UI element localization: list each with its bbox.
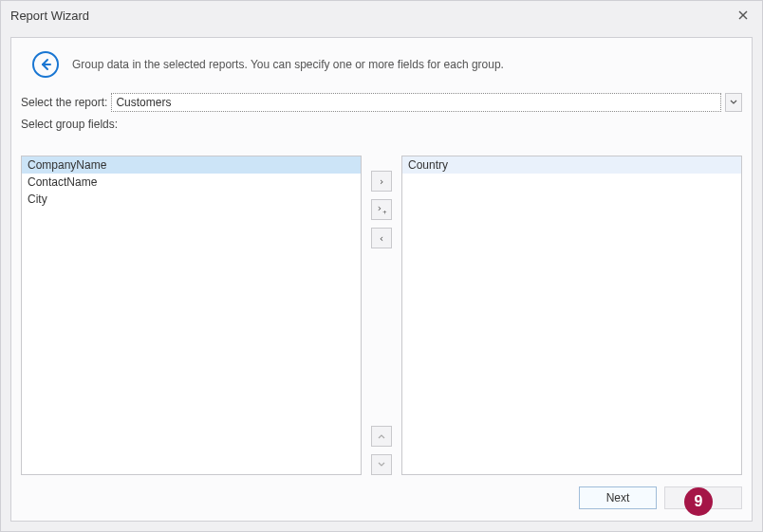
header-description: Group data in the selected reports. You … <box>72 58 504 71</box>
wizard-window: Report Wizard Group data in the selected… <box>0 0 763 532</box>
chevron-left-icon: ‹ <box>379 232 385 245</box>
back-arrow-icon <box>38 57 53 72</box>
chevron-down-icon <box>730 100 737 105</box>
header: Group data in the selected reports. You … <box>11 38 752 87</box>
step-badge: 9 <box>684 487 713 516</box>
list-item[interactable]: City <box>22 191 361 208</box>
group-fields-label: Select group fields: <box>11 114 752 133</box>
content-panel: Group data in the selected reports. You … <box>10 37 753 522</box>
chevron-up-icon <box>378 433 385 439</box>
lists-area: CompanyName ContactName City › ›+ ‹ <box>21 156 742 475</box>
available-fields-list[interactable]: CompanyName ContactName City <box>21 156 362 475</box>
titlebar: Report Wizard <box>1 1 762 29</box>
list-item[interactable]: ContactName <box>22 174 361 191</box>
list-item[interactable]: CompanyName <box>22 156 361 174</box>
back-button[interactable] <box>32 51 59 78</box>
chevron-down-icon <box>378 462 385 468</box>
close-button[interactable] <box>732 4 754 27</box>
move-down-button[interactable] <box>371 454 392 475</box>
report-select-dropdown-button[interactable] <box>725 93 742 112</box>
move-up-button[interactable] <box>371 426 392 447</box>
chevron-right-plus-icon: ›+ <box>377 202 387 216</box>
add-subgroup-button[interactable]: ›+ <box>371 199 392 220</box>
report-select-value: Customers <box>116 96 171 109</box>
footer: Next <box>21 485 742 511</box>
transfer-buttons: › ›+ ‹ <box>369 156 394 475</box>
selected-fields-list[interactable]: Country <box>401 156 742 475</box>
report-select-input[interactable]: Customers <box>111 93 721 112</box>
add-field-button[interactable]: › <box>371 171 392 192</box>
next-button[interactable]: Next <box>579 486 657 509</box>
window-title: Report Wizard <box>10 9 732 23</box>
chevron-right-icon: › <box>379 175 385 188</box>
close-icon <box>738 10 748 20</box>
report-select-label: Select the report: <box>21 96 107 109</box>
report-select-row: Select the report: Customers <box>11 87 752 114</box>
remove-field-button[interactable]: ‹ <box>371 228 392 248</box>
list-item[interactable]: Country <box>402 156 741 174</box>
